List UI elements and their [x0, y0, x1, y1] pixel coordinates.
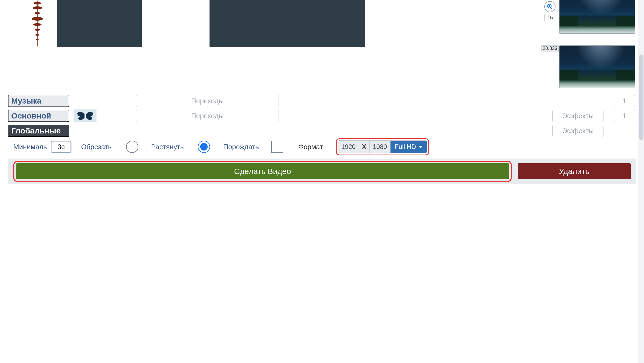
svg-point-7	[35, 34, 39, 36]
clip-thumb-butterfly[interactable]	[74, 109, 96, 122]
svg-point-3	[35, 12, 40, 14]
lane-global-button[interactable]: Глобальные	[8, 125, 69, 137]
minimal-value-input[interactable]: 3с	[51, 141, 71, 153]
effects-button[interactable]: Эффекты	[552, 110, 603, 122]
make-video-button[interactable]: Сделать Видео	[16, 163, 509, 179]
timeline-clip[interactable]	[210, 0, 287, 47]
clip-timestamp: 20.833	[541, 45, 559, 52]
transitions-button[interactable]: Переходы	[136, 110, 279, 122]
crop-radio[interactable]	[126, 141, 138, 153]
count-box[interactable]: 1	[614, 110, 635, 122]
svg-point-8	[36, 39, 39, 40]
zoom-in-button[interactable]	[544, 1, 556, 12]
delete-button[interactable]: Удалить	[518, 163, 631, 179]
format-label: Формат	[298, 143, 323, 151]
preview-thumbnail[interactable]	[559, 45, 635, 88]
preview-thumbnail[interactable]	[559, 0, 635, 34]
lane-music-button[interactable]: Музыка	[8, 95, 69, 107]
zoom-in-icon	[547, 3, 553, 10]
highlight-ring: Сделать Видео	[13, 161, 512, 182]
timeline-gap	[142, 0, 210, 47]
format-preset-dropdown[interactable]: Full HD	[391, 141, 427, 153]
format-height-input[interactable]: 1080	[370, 141, 391, 153]
transitions-button[interactable]: Переходы	[136, 95, 279, 107]
stretch-label: Растянуть	[151, 143, 184, 151]
svg-point-4	[32, 17, 43, 21]
timeline-clip[interactable]	[287, 0, 365, 47]
count-box[interactable]: 1	[614, 95, 635, 107]
svg-line-10	[551, 7, 552, 9]
spawn-checkbox[interactable]	[271, 141, 283, 153]
svg-point-5	[33, 23, 41, 26]
format-x: X	[359, 141, 370, 153]
bottom-bar: Сделать Видео Удалить	[8, 159, 636, 184]
lane-main-button[interactable]: Основной	[8, 110, 69, 122]
svg-point-1	[34, 2, 41, 5]
svg-point-6	[35, 29, 40, 31]
chevron-down-icon	[419, 146, 422, 148]
waveform-panel	[18, 0, 57, 47]
timeline-clip[interactable]	[57, 0, 142, 47]
scrollbar-thumb[interactable]	[639, 54, 643, 140]
timeline-row	[18, 0, 636, 47]
svg-point-13	[84, 113, 86, 118]
svg-point-2	[33, 6, 42, 10]
format-width-input[interactable]: 1920	[338, 141, 359, 153]
format-group: 1920 X 1080 Full HD	[336, 138, 429, 155]
spawn-label: Порождать	[223, 143, 259, 151]
zoom-controls: 15	[544, 1, 556, 21]
format-preset-label: Full HD	[395, 143, 416, 151]
effects-button[interactable]: Эффекты	[552, 125, 603, 137]
minimal-label: Минималь	[13, 143, 47, 151]
zoom-level: 15	[544, 14, 556, 21]
scrollbar-rail	[638, 0, 644, 363]
crop-label: Обрезать	[81, 143, 112, 151]
stretch-radio[interactable]	[198, 141, 210, 153]
